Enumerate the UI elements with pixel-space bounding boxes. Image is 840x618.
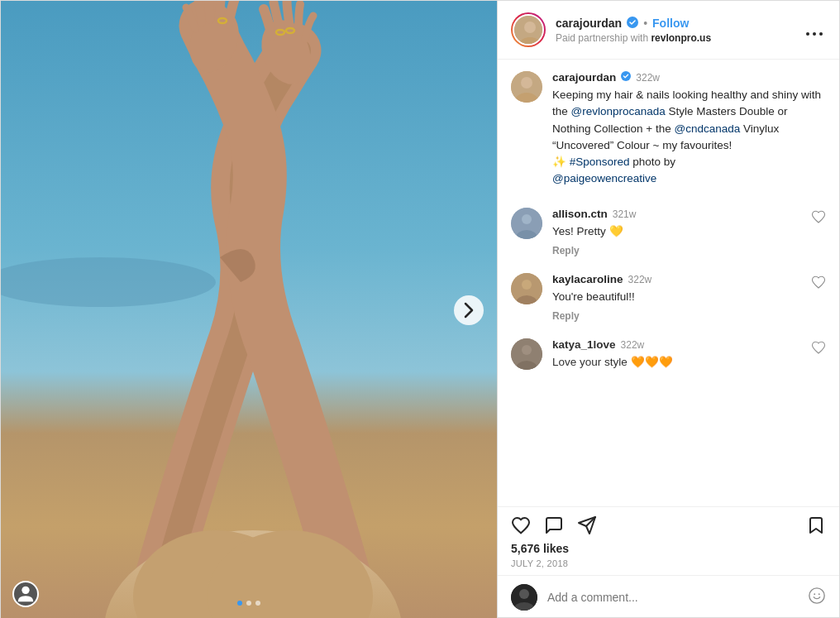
comment-1-username[interactable]: allison.ctn bbox=[552, 208, 608, 220]
svg-point-10 bbox=[21, 587, 29, 594]
post-caption: carajourdan 322w Keeping my hair & nails… bbox=[498, 60, 839, 199]
commenter-avatar bbox=[511, 584, 537, 611]
comment-button[interactable] bbox=[544, 515, 564, 535]
svg-point-15 bbox=[806, 32, 809, 36]
heart-icon-3 bbox=[811, 340, 826, 355]
comment-icon bbox=[544, 515, 564, 535]
post-content[interactable]: carajourdan 322w Keeping my hair & nails… bbox=[498, 60, 839, 506]
post-right-panel: carajourdan • Follow Paid partnership wi… bbox=[497, 1, 839, 618]
verified-icon bbox=[627, 17, 638, 31]
comment-1-like-button[interactable] bbox=[804, 209, 826, 227]
hashtag-sponsored[interactable]: #Sponsored bbox=[570, 156, 630, 168]
comment-2-avatar[interactable] bbox=[511, 273, 542, 304]
post-image bbox=[1, 1, 497, 618]
share-button[interactable] bbox=[577, 515, 597, 535]
header-avatar-image bbox=[514, 16, 544, 46]
heart-icon-1 bbox=[811, 209, 826, 224]
action-icons-row bbox=[511, 515, 826, 535]
post-actions: 5,676 likes July 2, 2018 bbox=[498, 506, 839, 575]
add-comment-bar bbox=[498, 575, 839, 618]
svg-point-32 bbox=[519, 589, 529, 599]
svg-point-19 bbox=[521, 77, 532, 89]
caption-body: carajourdan 322w Keeping my hair & nails… bbox=[552, 71, 826, 188]
svg-point-36 bbox=[819, 593, 820, 595]
header-info: carajourdan • Follow Paid partnership wi… bbox=[556, 17, 803, 44]
comment-3-body: katya_1love 322w Love your style 🧡🧡🧡 bbox=[552, 338, 795, 371]
caption-avatar-image bbox=[511, 71, 542, 103]
comment-2-like-button[interactable] bbox=[804, 275, 826, 292]
svg-point-35 bbox=[814, 593, 815, 595]
dot-3 bbox=[255, 601, 260, 606]
header-username-row: carajourdan • Follow bbox=[556, 17, 803, 31]
comment-2-text: You're beautiful!! bbox=[552, 289, 795, 305]
comment-1-body: allison.ctn 321w Yes! Pretty 💛 Reply bbox=[552, 208, 795, 256]
bookmark-icon bbox=[806, 515, 826, 535]
follow-button[interactable]: Follow bbox=[652, 17, 689, 30]
comment-1-meta: allison.ctn 321w bbox=[552, 208, 795, 220]
comment-2-meta: kaylacaroline 322w bbox=[552, 273, 795, 285]
post-header: carajourdan • Follow Paid partnership wi… bbox=[498, 1, 839, 60]
caption-avatar[interactable] bbox=[511, 71, 542, 103]
more-icon bbox=[806, 32, 823, 36]
svg-point-16 bbox=[813, 32, 816, 36]
dot-2 bbox=[246, 601, 251, 606]
heart-icon-2 bbox=[811, 275, 826, 290]
comment-2-avatar-image bbox=[511, 273, 542, 304]
header-avatar[interactable] bbox=[511, 12, 546, 47]
image-dots bbox=[237, 601, 260, 606]
partnership-link[interactable]: revlonpro.us bbox=[651, 32, 711, 44]
caption-text: Keeping my hair & nails looking healthy … bbox=[552, 87, 826, 188]
svg-point-34 bbox=[809, 587, 824, 602]
instagram-post: carajourdan • Follow Paid partnership wi… bbox=[0, 0, 840, 618]
comment-1-text: Yes! Pretty 💛 bbox=[552, 223, 795, 240]
share-icon bbox=[577, 515, 597, 535]
like-heart-icon bbox=[511, 515, 531, 535]
comment-3-avatar-image bbox=[511, 338, 542, 370]
bookmark-button[interactable] bbox=[806, 515, 826, 535]
comment-1-avatar[interactable] bbox=[511, 208, 542, 239]
more-options-button[interactable] bbox=[803, 17, 826, 43]
comment-3: katya_1love 322w Love your style 🧡🧡🧡 bbox=[498, 330, 839, 379]
svg-point-23 bbox=[522, 214, 532, 224]
comment-1-time: 321w bbox=[613, 208, 637, 220]
caption-username[interactable]: carajourdan bbox=[552, 71, 616, 84]
header-username[interactable]: carajourdan bbox=[556, 17, 622, 30]
mention-paige[interactable]: @paigeowencreative bbox=[552, 172, 656, 184]
dot-separator: • bbox=[643, 17, 647, 30]
mention-revlon[interactable]: @revlonprocanada bbox=[571, 105, 666, 117]
like-button[interactable] bbox=[511, 515, 531, 535]
comment-2-username[interactable]: kaylacaroline bbox=[552, 273, 623, 285]
post-image-panel bbox=[1, 1, 497, 618]
svg-point-29 bbox=[522, 345, 532, 355]
tag-person-button[interactable] bbox=[12, 581, 39, 607]
caption-verified-icon bbox=[621, 71, 631, 84]
comment-3-text: Love your style 🧡🧡🧡 bbox=[552, 354, 795, 371]
comment-input[interactable] bbox=[547, 591, 808, 604]
person-icon bbox=[14, 582, 37, 606]
comment-1-avatar-image bbox=[511, 208, 542, 239]
comment-1-reply[interactable]: Reply bbox=[552, 245, 795, 256]
emoji-icon bbox=[808, 587, 826, 605]
svg-point-17 bbox=[819, 32, 823, 36]
caption-time: 322w bbox=[636, 72, 660, 84]
dot-1 bbox=[237, 601, 242, 606]
comment-3-time: 322w bbox=[621, 339, 645, 351]
comment-2-reply[interactable]: Reply bbox=[552, 310, 795, 322]
comment-3-avatar[interactable] bbox=[511, 338, 542, 370]
comment-2-body: kaylacaroline 322w You're beautiful!! Re… bbox=[552, 273, 795, 322]
comment-2-time: 322w bbox=[628, 274, 652, 285]
post-image-svg bbox=[1, 1, 497, 618]
comment-3-username[interactable]: katya_1love bbox=[552, 338, 616, 351]
header-subtext: Paid partnership with revlonpro.us bbox=[556, 32, 803, 44]
partnership-text: Paid partnership with bbox=[556, 32, 651, 44]
commenter-avatar-image bbox=[511, 584, 537, 611]
comment-2: kaylacaroline 322w You're beautiful!! Re… bbox=[498, 265, 839, 330]
emoji-button[interactable] bbox=[808, 587, 826, 609]
svg-point-26 bbox=[522, 280, 532, 290]
post-date: July 2, 2018 bbox=[511, 558, 826, 568]
mention-cnd[interactable]: @cndcanada bbox=[674, 122, 740, 135]
comment-3-meta: katya_1love 322w bbox=[552, 338, 795, 351]
likes-count: 5,676 likes bbox=[511, 542, 826, 555]
next-image-button[interactable] bbox=[454, 295, 484, 325]
comment-3-like-button[interactable] bbox=[804, 340, 826, 357]
